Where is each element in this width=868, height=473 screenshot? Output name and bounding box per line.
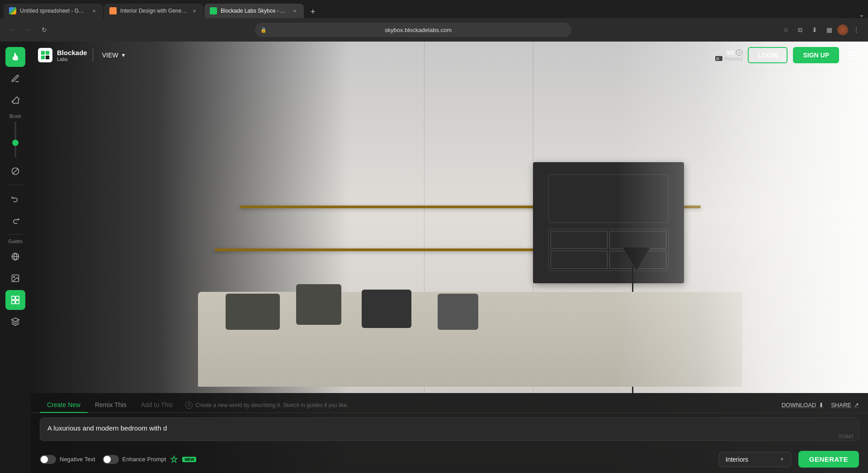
enhance-prompt-label: Enhance Prompt [123, 456, 166, 463]
tool-pen[interactable] [5, 69, 25, 89]
view-button[interactable]: VIEW ▼ [99, 49, 130, 61]
logo-area: Blockade Labs [38, 48, 87, 62]
main-content: Blockade Labs VIEW ▼ 3/5 i [31, 42, 868, 473]
download-nav-button[interactable]: ⬇ [808, 23, 821, 36]
hamburger-menu-button[interactable] [844, 47, 861, 63]
logo-name: Blockade [57, 49, 87, 57]
pen-icon [11, 74, 20, 83]
app-header: Blockade Labs VIEW ▼ 3/5 i [31, 42, 868, 69]
couch-pillow-3 [362, 290, 411, 328]
reload-button[interactable]: ↻ [38, 23, 51, 36]
tab-close-blockade[interactable]: ✕ [291, 7, 298, 14]
tool-globe[interactable] [5, 247, 25, 267]
header-right: 3/5 i Relaxed LOGIN SIGN UP [715, 47, 861, 63]
hint-text: Create a new world by describing it. Ske… [195, 402, 348, 408]
tab-remix-this[interactable]: Remix This [88, 398, 134, 413]
address-bar[interactable]: 🔒 skybox.blockadelabs.com [255, 23, 571, 37]
tab-bar: Untitled spreadsheet - Goog... ✕ Interio… [0, 0, 868, 18]
enhance-prompt-toggle-thumb [104, 456, 111, 463]
logo-sub: Labs [57, 57, 87, 62]
more-options-button[interactable]: ⋮ [850, 23, 863, 36]
tab-create-new[interactable]: Create New [40, 398, 88, 413]
svg-point-4 [14, 276, 14, 278]
login-button[interactable]: LOGIN [748, 47, 788, 63]
tab-close-design[interactable]: ✕ [191, 7, 198, 14]
globe-icon [11, 252, 20, 261]
tab-close-google[interactable]: ✕ [90, 7, 98, 14]
couch-pillow-2 [296, 284, 341, 325]
app-container: Brush Guides [0, 42, 868, 473]
prompt-wrapper: 37/447 [40, 417, 859, 443]
signup-button[interactable]: SIGN UP [793, 47, 839, 63]
menu-line-1 [848, 52, 858, 52]
eraser-icon [11, 96, 20, 105]
layers-icon [11, 317, 20, 326]
chevron-down-icon: ▼ [780, 457, 784, 462]
tab-title-google: Untitled spreadsheet - Goog... [20, 8, 87, 14]
logo-icon [38, 48, 52, 62]
tool-undo[interactable] [5, 189, 25, 209]
tool-layers[interactable] [5, 312, 25, 332]
blockade-logo-icon [40, 50, 50, 60]
negative-text-toggle[interactable] [40, 455, 56, 464]
svg-rect-13 [46, 56, 49, 59]
hand-icon [11, 52, 20, 61]
svg-rect-10 [41, 51, 45, 55]
sparkle-icon [170, 455, 178, 464]
couch-pillow-1 [226, 294, 280, 330]
style-dropdown[interactable]: Interiors ▼ [719, 452, 791, 467]
char-count: 37/447 [838, 434, 854, 439]
tab-expand-button[interactable]: ⌄ [859, 11, 864, 18]
forward-button[interactable]: → [22, 23, 34, 36]
sidebar-nav-button[interactable]: ▦ [823, 23, 835, 36]
extensions-button[interactable]: ⧉ [794, 23, 807, 36]
circle-slash-icon [11, 167, 20, 176]
tool-move[interactable] [5, 47, 25, 67]
svg-rect-8 [16, 300, 19, 304]
tab-design[interactable]: Interior Design with Generati... ✕ [104, 4, 203, 18]
negative-text-label: Negative Text [60, 456, 95, 463]
tab-google[interactable]: Untitled spreadsheet - Goog... ✕ [4, 4, 103, 18]
usage-info-icon: i [736, 49, 742, 56]
tool-redo[interactable] [5, 211, 25, 230]
tab-blockade[interactable]: Blockade Labs Skybox - AI-G... ✕ [204, 4, 304, 18]
brush-slider[interactable] [14, 122, 16, 158]
couch-pillow-4 [438, 294, 478, 330]
bookmark-button[interactable]: ☆ [779, 23, 792, 36]
enhance-prompt-toggle[interactable] [103, 455, 119, 464]
svg-rect-7 [12, 300, 15, 304]
brush-area: Brush [9, 112, 21, 159]
tab-hint: i Create a new world by describing it. S… [185, 402, 348, 409]
back-button[interactable]: ← [5, 23, 18, 36]
share-link[interactable]: SHARE ↗ [831, 402, 859, 408]
view-label: VIEW [102, 52, 118, 59]
tab-favicon-google [9, 7, 16, 14]
bottom-tabs: Create New Remix This Add to This i Crea… [31, 393, 868, 413]
tool-clear[interactable] [5, 161, 25, 181]
hint-info-icon: i [185, 402, 193, 409]
profile-avatar[interactable] [837, 24, 848, 35]
guides-label: Guides [8, 239, 23, 244]
usage-mode: Relaxed [715, 56, 742, 61]
usage-info: 3/5 i Relaxed [715, 49, 742, 61]
tab-favicon-design [109, 7, 117, 14]
generate-button[interactable]: GENERATE [798, 451, 859, 468]
logo-text-block: Blockade Labs [57, 49, 87, 62]
download-link[interactable]: DOWNLOAD ⬇ [782, 402, 824, 408]
tool-image[interactable] [5, 268, 25, 288]
enhance-prompt-group: Enhance Prompt NEW [103, 455, 197, 464]
undo-icon [11, 194, 20, 203]
toolbar-separator-2 [7, 234, 24, 234]
tool-gallery[interactable] [5, 290, 25, 310]
gallery-icon [11, 295, 20, 304]
bottom-panel: Create New Remix This Add to This i Crea… [31, 393, 868, 473]
tab-add-to-this[interactable]: Add to This [134, 398, 180, 413]
left-toolbar: Brush Guides [0, 42, 31, 473]
svg-rect-6 [16, 296, 19, 300]
style-label: Interiors [726, 456, 749, 463]
prompt-input[interactable] [40, 417, 859, 441]
new-tab-button[interactable]: + [307, 5, 319, 18]
address-text: skybox.blockadelabs.com [270, 27, 566, 33]
svg-rect-5 [12, 296, 15, 300]
tool-eraser[interactable] [5, 90, 25, 110]
